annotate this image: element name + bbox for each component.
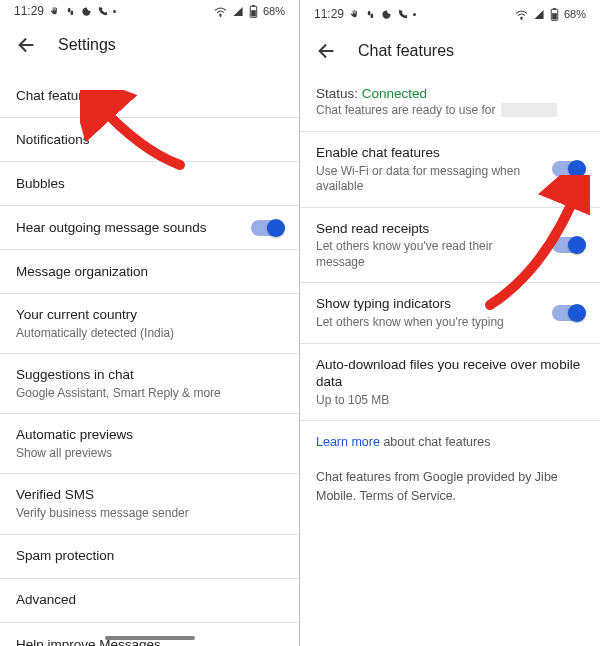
svg-point-1 (71, 10, 74, 15)
status-right: 68% (515, 8, 586, 21)
status-right: 68% (214, 5, 285, 18)
page-title: Settings (58, 36, 116, 54)
list-item-sub: Verify business message sender (16, 506, 283, 522)
outgoing-sounds-toggle[interactable] (251, 220, 283, 236)
status-bar: 11:29 68% (300, 0, 600, 26)
gesture-bar (105, 636, 195, 640)
battery-icon (249, 5, 258, 18)
settings-item-advanced[interactable]: Advanced (0, 579, 299, 623)
wifi-icon (515, 9, 528, 20)
settings-item-outgoing-sounds[interactable]: Hear outgoing message sounds (0, 206, 299, 250)
battery-percent: 68% (263, 5, 285, 17)
phone-icon (97, 6, 108, 17)
connection-status: Status: Connected Chat features are read… (300, 80, 600, 132)
status-bar: 11:29 68% (0, 0, 299, 20)
learn-more-link[interactable]: Learn more (316, 435, 380, 449)
learn-more-block: Learn more about chat features (300, 421, 600, 464)
enable-chat-features-row[interactable]: Enable chat features Use Wi-Fi or data f… (300, 132, 600, 208)
typing-indicators-row[interactable]: Show typing indicators Let others know w… (300, 283, 600, 343)
svg-rect-4 (252, 5, 255, 6)
svg-point-6 (368, 10, 371, 15)
page-title: Chat features (358, 42, 454, 60)
status-ready: Chat features are ready to use for (316, 103, 584, 117)
list-item-label: Your current country (16, 306, 283, 324)
send-read-receipts-row[interactable]: Send read receipts Let others know you'v… (300, 208, 600, 284)
list-item-label: Enable chat features (316, 144, 542, 162)
list-item-sub: Up to 105 MB (316, 393, 584, 409)
list-item-label: Automatic previews (16, 426, 283, 444)
list-item-sub: Let others know you've read their messag… (316, 239, 542, 270)
status-left: 11:29 (314, 7, 416, 21)
list-item-label: Verified SMS (16, 486, 283, 504)
settings-item-current-country[interactable]: Your current country Automatically detec… (0, 294, 299, 354)
status-dot-icon (113, 10, 116, 13)
svg-rect-11 (552, 13, 557, 19)
settings-item-spam-protection[interactable]: Spam protection (0, 535, 299, 579)
svg-point-8 (521, 18, 522, 19)
list-item-label: Message organization (16, 263, 283, 281)
svg-point-0 (68, 7, 71, 12)
list-item-label: Notifications (16, 131, 283, 149)
status-left: 11:29 (14, 4, 116, 18)
battery-icon (550, 8, 559, 21)
moon-icon (81, 6, 92, 17)
status-ready-text: Chat features are ready to use for (316, 103, 495, 117)
svg-point-7 (371, 13, 374, 18)
learn-more-suffix: about chat features (380, 435, 491, 449)
settings-item-verified-sms[interactable]: Verified SMS Verify business message sen… (0, 474, 299, 534)
list-item-sub: Google Assistant, Smart Reply & more (16, 386, 283, 402)
footprint-icon (65, 6, 76, 17)
footprint-icon (365, 9, 376, 20)
settings-item-chat-features[interactable]: Chat features (0, 74, 299, 118)
list-item-sub: Use Wi-Fi or data for messaging when ava… (316, 164, 542, 195)
status-time: 11:29 (314, 7, 344, 21)
settings-list: Chat features Notifications Bubbles Hear… (0, 74, 299, 646)
hand-icon (49, 6, 60, 17)
battery-percent: 68% (564, 8, 586, 20)
list-item-label: Auto-download files you receive over mob… (316, 356, 584, 391)
chat-features-screen: 11:29 68% Chat features Status: Connecte… (300, 0, 600, 646)
read-receipts-toggle[interactable] (552, 237, 584, 253)
settings-screen: 11:29 68% Settings Chat features (0, 0, 300, 646)
chat-features-list: Enable chat features Use Wi-Fi or data f… (300, 132, 600, 646)
list-item-sub: Let others know when you're typing (316, 315, 542, 331)
list-item-label: Chat features (16, 87, 283, 105)
redacted-phone (501, 103, 557, 117)
status-value: Connected (362, 86, 427, 101)
status-line: Status: Connected (316, 86, 584, 101)
signal-icon (232, 6, 244, 17)
list-item-label: Advanced (16, 591, 283, 609)
auto-download-row[interactable]: Auto-download files you receive over mob… (300, 344, 600, 422)
enable-chat-toggle[interactable] (552, 161, 584, 177)
list-item-sub: Show all previews (16, 446, 283, 462)
typing-indicators-toggle[interactable] (552, 305, 584, 321)
signal-icon (533, 9, 545, 20)
footer-text: Chat features from Google provided by Ji… (300, 464, 600, 518)
status-dot-icon (413, 13, 416, 16)
back-arrow-icon[interactable] (16, 34, 38, 56)
moon-icon (381, 9, 392, 20)
status-label: Status: (316, 86, 358, 101)
list-item-label: Show typing indicators (316, 295, 542, 313)
svg-point-2 (220, 15, 221, 16)
settings-header: Settings (0, 20, 299, 74)
list-item-sub: Automatically detected (India) (16, 326, 283, 342)
list-item-label: Bubbles (16, 175, 283, 193)
chat-features-header: Chat features (300, 26, 600, 80)
status-time: 11:29 (14, 4, 44, 18)
wifi-icon (214, 6, 227, 17)
list-item-label: Spam protection (16, 547, 283, 565)
settings-item-message-organization[interactable]: Message organization (0, 250, 299, 294)
phone-icon (397, 9, 408, 20)
list-item-label: Suggestions in chat (16, 366, 283, 384)
settings-item-suggestions[interactable]: Suggestions in chat Google Assistant, Sm… (0, 354, 299, 414)
settings-item-bubbles[interactable]: Bubbles (0, 162, 299, 206)
svg-rect-10 (553, 8, 556, 9)
back-arrow-icon[interactable] (316, 40, 338, 62)
list-item-label: Hear outgoing message sounds (16, 219, 241, 237)
settings-item-help-improve[interactable]: Help improve Messages (0, 623, 299, 646)
settings-item-automatic-previews[interactable]: Automatic previews Show all previews (0, 414, 299, 474)
settings-item-notifications[interactable]: Notifications (0, 118, 299, 162)
hand-icon (349, 9, 360, 20)
svg-rect-5 (251, 10, 256, 16)
